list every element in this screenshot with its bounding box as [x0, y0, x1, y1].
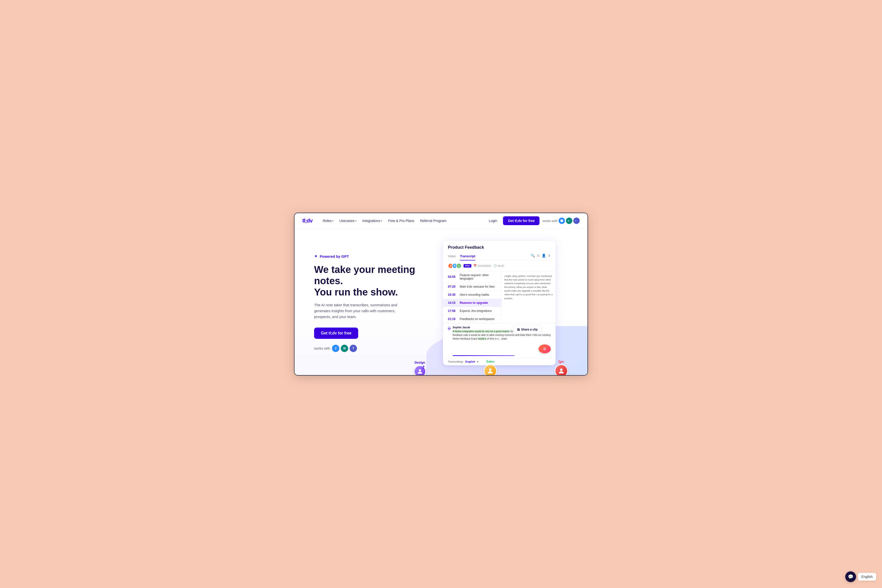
- nav-item-usecases[interactable]: Usecases ▾: [337, 218, 358, 224]
- meet-icon-hero: M: [341, 345, 348, 352]
- download-icon[interactable]: ⬇: [548, 254, 551, 258]
- nav-item-roles[interactable]: Roles ▾: [320, 218, 336, 224]
- transcript-row[interactable]: 21:10 Feedbacks on workspaces: [443, 315, 501, 323]
- nav-links: Roles ▾ Usecases ▾ Integrations ▾ Free &…: [320, 218, 484, 224]
- transcript-text: Feature request: other languages: [460, 273, 496, 280]
- timestamp: 03:55: [448, 275, 457, 279]
- avatar-group: J K L: [448, 263, 462, 268]
- language-indicator: 💬 English: [845, 572, 876, 582]
- svg-point-7: [560, 369, 562, 371]
- team-bubble-dev: Dev ↙: [555, 360, 568, 376]
- main-content: ✦ Powered by GPT We take your meeting no…: [294, 229, 588, 375]
- tab-transcript[interactable]: Transcript: [460, 253, 475, 260]
- team-label-sales: Sales: [486, 360, 494, 363]
- share-icon: ⧉: [517, 328, 520, 332]
- chevron-down-icon: ▾: [381, 219, 382, 222]
- avatar-3: L: [456, 263, 462, 268]
- person-icon[interactable]: 👤: [542, 254, 546, 258]
- product-title: Product Feedback: [448, 245, 551, 250]
- product-header: Product Feedback Video Transcript 🔍 ⊞ 👤: [443, 241, 556, 261]
- transcript-row[interactable]: 17:56 Expects Jira integrations: [443, 307, 501, 315]
- sparkle-icon: ✦: [314, 254, 318, 259]
- timestamp: 10:30: [448, 293, 457, 297]
- team-bubbles: Design ➚ Sales Dev: [411, 360, 570, 376]
- team-bubble-sales: Sales: [484, 360, 497, 376]
- nav-item-plans[interactable]: Free & Pro Plans: [386, 218, 417, 224]
- progress-bar: [453, 355, 514, 356]
- timestamp: 14:15: [448, 301, 457, 304]
- timestamp: 17:56: [448, 309, 457, 313]
- tab-video[interactable]: Video: [448, 253, 456, 260]
- recording-meta: 📅 22/10/2022 🕐 44:47: [473, 264, 504, 267]
- recording-duration: 🕐 44:47: [494, 264, 504, 267]
- product-tabs: Video Transcript 🔍 ⊞ 👤 ⬇: [448, 253, 551, 261]
- teams-icon-hero: T: [350, 345, 357, 352]
- browser-window: tl;dv Roles ▾ Usecases ▾ Integrations ▾ …: [294, 213, 588, 376]
- timestamp: 07:20: [448, 285, 457, 288]
- zoom-icon-hero: Z: [332, 345, 339, 352]
- nav-item-referral[interactable]: Referral Program: [418, 218, 449, 224]
- recording-date: 📅 22/10/2022: [473, 264, 491, 267]
- comment-highlight-2: would s: [478, 338, 486, 340]
- recording-info: J K L PRO 📅 22/10/2022 🕐 44:47: [443, 261, 556, 271]
- get-tldv-button-hero[interactable]: Get tl;dv for free: [314, 328, 358, 339]
- share-clip-area: ⧉ Share a clip D: [443, 343, 556, 353]
- chevron-down-icon: ▾: [332, 219, 333, 222]
- login-button[interactable]: Login: [486, 218, 500, 224]
- transcript-area: Alright, okay, perfect. And then you men…: [443, 271, 556, 323]
- nav-right: Login Get tl;dv for free works with M T: [486, 216, 580, 225]
- transcript-text-panel: Alright, okay, perfect. And then you men…: [501, 271, 556, 323]
- integration-icons-hero: Z M T: [332, 345, 357, 352]
- grid-icon[interactable]: ⊞: [537, 254, 540, 258]
- share-clip-button[interactable]: ⧉ Share a clip: [514, 326, 541, 333]
- transcript-list: 03:55 Feature request: other languages 0…: [443, 271, 501, 323]
- hero-subtext: The AI note taker that transcribes, summ…: [314, 302, 412, 320]
- svg-point-5: [419, 369, 421, 371]
- meet-icon: M: [566, 218, 572, 224]
- svg-point-6: [489, 369, 492, 371]
- transcript-row-highlight[interactable]: 14:15 Reasons to upgrade: [443, 299, 501, 307]
- integration-icons-nav: M T: [559, 218, 580, 224]
- nav-item-integrations[interactable]: Integrations ▾: [360, 218, 385, 224]
- chevron-down-icon: ▾: [355, 219, 357, 222]
- progress-area: [443, 353, 556, 358]
- transcript-text: Alex's recording habits: [460, 293, 489, 297]
- team-bubble-design: Design ➚: [414, 361, 426, 376]
- powered-badge: ✦ Powered by GPT: [314, 254, 423, 259]
- transcript-text-accent: Reasons to upgrade: [460, 301, 488, 304]
- transcript-row[interactable]: 07:20 Main tl;dv usecase for Alex: [443, 283, 501, 291]
- works-with-hero: works with Z M T: [314, 345, 423, 352]
- chat-button[interactable]: 💬: [845, 572, 856, 582]
- teams-icon: T: [573, 218, 580, 224]
- team-avatar-sales: [484, 364, 497, 376]
- svg-text:M: M: [568, 220, 569, 222]
- svg-text:T: T: [575, 220, 576, 222]
- works-with-nav: works with M T: [542, 218, 580, 224]
- transcript-row[interactable]: 10:30 Alex's recording habits: [443, 291, 501, 299]
- commenter-avatar: SJ: [448, 326, 450, 331]
- user-avatar-share: D: [538, 345, 551, 353]
- logo[interactable]: tl;dv: [302, 218, 312, 224]
- powered-text: Powered by GPT: [320, 254, 349, 258]
- transcript-text: Expects Jira integrations: [460, 309, 492, 313]
- comment-highlight: A Notion integration would be very be a …: [453, 330, 509, 333]
- product-card: Product Feedback Video Transcript 🔍 ⊞ 👤: [443, 241, 556, 365]
- transcript-text: Main tl;dv usecase for Alex: [460, 285, 495, 288]
- language-pill[interactable]: English: [858, 573, 876, 580]
- hero-right: Product Feedback Video Transcript 🔍 ⊞ 👤: [431, 241, 568, 365]
- zoom-icon: [559, 218, 565, 224]
- timestamp: 21:10: [448, 317, 457, 321]
- get-tldv-button-nav[interactable]: Get tl;dv for free: [503, 216, 540, 225]
- transcript-text: Feedbacks on workspaces: [460, 317, 494, 321]
- tab-icons: 🔍 ⊞ 👤 ⬇: [531, 254, 551, 260]
- navbar: tl;dv Roles ▾ Usecases ▾ Integrations ▾ …: [294, 213, 588, 229]
- transcript-row[interactable]: 03:55 Feature request: other languages: [443, 271, 501, 283]
- search-icon[interactable]: 🔍: [531, 254, 535, 258]
- hero-left: ✦ Powered by GPT We take your meeting no…: [314, 254, 431, 352]
- hero-headline: We take your meeting notes. You run the …: [314, 264, 423, 298]
- pro-badge: PRO: [464, 264, 471, 267]
